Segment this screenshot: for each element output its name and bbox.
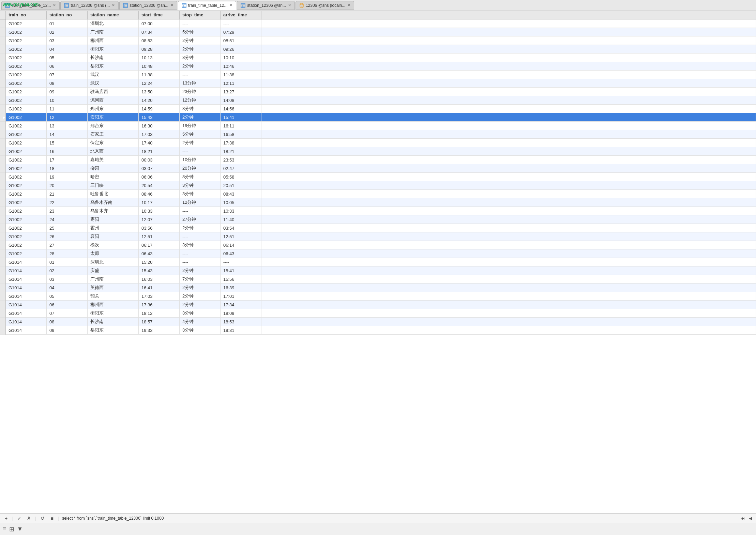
tab-3[interactable]: station_12306 @sn... ✕ <box>119 1 177 10</box>
cell-start_time: 18:21 <box>139 147 180 156</box>
col-header-train-no[interactable]: train_no <box>6 11 47 19</box>
table-row[interactable]: G100218柳园03:0720分钟02:47 <box>0 164 756 173</box>
cell-rest <box>261 96 756 105</box>
tab-5-close[interactable]: ✕ <box>288 3 291 7</box>
table-row[interactable]: G100213邢台东16:3019分钟16:11 <box>0 122 756 130</box>
table-row[interactable]: G101405韶关17:032分钟17:01 <box>0 292 756 301</box>
cell-train_no: G1002 <box>6 122 47 130</box>
cell-stop_time: ---- <box>180 258 221 266</box>
table-row[interactable]: G100201深圳北07:00-------- <box>0 19 756 28</box>
table-row[interactable]: G100226襄阳12:51----12:51 <box>0 232 756 241</box>
table-row[interactable]: G101409岳阳东19:333分钟19:31 <box>0 326 756 335</box>
row-indicator <box>0 241 6 249</box>
table-row[interactable]: G100209驻马店西13:5023分钟13:27 <box>0 88 756 96</box>
cell-rest <box>261 156 756 164</box>
cell-rest <box>261 215 756 224</box>
cell-train_no: G1014 <box>6 326 47 335</box>
cell-stop_time: 7分钟 <box>180 275 221 284</box>
cell-rest <box>261 79 756 88</box>
confirm-button[interactable]: ✓ <box>16 515 23 522</box>
bottom-icon-1[interactable]: ≡ <box>3 525 6 533</box>
table-row[interactable]: G101407衡阳东18:123分钟18:09 <box>0 309 756 318</box>
table-row[interactable]: G100210漯河西14:2012分钟14:08 <box>0 96 756 105</box>
cell-start_time: 14:59 <box>139 105 180 113</box>
cell-station_name: 哈密 <box>88 173 139 181</box>
cell-station_name: 襄阳 <box>88 232 139 241</box>
table-row[interactable]: G100211郑州东14:593分钟14:56 <box>0 105 756 113</box>
tab-6[interactable]: 12306 @sns (localh... ✕ <box>296 1 354 10</box>
table-row[interactable]: G100220三门峡20:543分钟20:51 <box>0 181 756 190</box>
table-row[interactable]: G101402庆盛15:432分钟15:41 <box>0 266 756 275</box>
row-indicator <box>0 105 6 113</box>
data-table-container[interactable]: train_no station_no station_name start_t… <box>0 11 756 513</box>
cell-rest <box>261 275 756 284</box>
table-row[interactable]: G101404英德西16:412分钟16:39 <box>0 284 756 292</box>
table-row[interactable]: G101408长沙南18:574分钟18:53 <box>0 318 756 326</box>
table-row[interactable]: G100204衡阳东09:282分钟09:26 <box>0 45 756 54</box>
cell-rest <box>261 190 756 198</box>
table-row[interactable]: G100227榆次06:173分钟06:14 <box>0 241 756 249</box>
table-row[interactable]: G100219哈密06:068分钟05:58 <box>0 173 756 181</box>
table-row[interactable]: G100228太原06:43----06:43 <box>0 249 756 258</box>
cell-rest <box>261 266 756 275</box>
tab-3-close[interactable]: ✕ <box>170 3 173 7</box>
first-page-button[interactable]: ⏮ <box>739 515 746 521</box>
stop-button[interactable]: ■ <box>49 515 56 522</box>
table-row[interactable]: G100202广州南07:345分钟07:29 <box>0 28 756 36</box>
cell-station_name: 岳阳东 <box>88 62 139 71</box>
cell-station_name: 霍州 <box>88 224 139 232</box>
col-header-station-no[interactable]: station_no <box>47 11 88 19</box>
cell-station_no: 11 <box>47 105 88 113</box>
row-indicator <box>0 28 6 36</box>
table-row[interactable]: G100205长沙南10:133分钟10:10 <box>0 54 756 62</box>
col-header-stop-time[interactable]: stop_time <box>180 11 221 19</box>
table-row[interactable]: G101403广州南16:037分钟15:56 <box>0 275 756 284</box>
table-row[interactable]: G100224枣阳12:0727分钟11:40 <box>0 215 756 224</box>
table-row[interactable]: G101406郴州西17:362分钟17:34 <box>0 301 756 309</box>
col-header-start-time[interactable]: start_time <box>139 11 180 19</box>
tab-2[interactable]: train_12306 @sns (... ✕ <box>60 1 119 10</box>
table-row[interactable]: G100207武汉11:38----11:38 <box>0 71 756 79</box>
cancel-button[interactable]: ✗ <box>26 515 32 522</box>
tab-6-close[interactable]: ✕ <box>347 3 350 7</box>
cell-stop_time: 2分钟 <box>180 266 221 275</box>
add-record-button[interactable]: + <box>3 515 10 522</box>
table-row[interactable]: G100214石家庄17:035分钟16:58 <box>0 130 756 139</box>
table-row[interactable]: ▶G100212安阳东15:432分钟15:41 <box>0 113 756 122</box>
cell-train_no: G1014 <box>6 309 47 318</box>
cell-station_no: 17 <box>47 156 88 164</box>
table-row[interactable]: G100216北京西18:21----18:21 <box>0 147 756 156</box>
col-header-station-name[interactable]: station_name <box>88 11 139 19</box>
cell-arrive_time: 20:51 <box>221 181 261 190</box>
table-row[interactable]: G101401深圳北15:20-------- <box>0 258 756 266</box>
cell-station_name: 英德西 <box>88 284 139 292</box>
row-indicator <box>0 147 6 156</box>
prev-page-button[interactable]: ◀ <box>747 515 753 521</box>
table-row[interactable]: G100221吐鲁番北08:463分钟08:43 <box>0 190 756 198</box>
cell-start_time: 03:07 <box>139 164 180 173</box>
tab-1-close[interactable]: ✕ <box>53 3 56 7</box>
cell-start_time: 13:50 <box>139 88 180 96</box>
bottom-icon-3[interactable]: ▼ <box>17 525 23 533</box>
cell-station_no: 12 <box>47 113 88 122</box>
table-row[interactable]: G100215保定东17:402分钟17:38 <box>0 139 756 147</box>
table-row[interactable]: G100203郴州西08:532分钟08:51 <box>0 36 756 45</box>
table-row[interactable]: G100217嘉峪关00:0310分钟23:53 <box>0 156 756 164</box>
cell-station_name: 长沙南 <box>88 318 139 326</box>
tab-5[interactable]: station_12306 @sn... ✕ <box>237 1 295 10</box>
bottom-icon-2[interactable]: ⊞ <box>9 525 14 533</box>
table-row[interactable]: G100223乌鲁木齐10:33----10:33 <box>0 207 756 215</box>
cell-train_no: G1002 <box>6 224 47 232</box>
tab-2-close[interactable]: ✕ <box>112 3 115 7</box>
cell-stop_time: 5分钟 <box>180 130 221 139</box>
table-row[interactable]: G100208武汉12:2413分钟12:11 <box>0 79 756 88</box>
col-header-arrive-time[interactable]: arrive_time <box>221 11 261 19</box>
table-row[interactable]: G100206岳阳东10:482分钟10:46 <box>0 62 756 71</box>
refresh-button[interactable]: ↺ <box>39 515 46 522</box>
table-row[interactable]: G100222乌鲁木齐南10:1712分钟10:05 <box>0 198 756 207</box>
cell-station_name: 三门峡 <box>88 181 139 190</box>
cell-train_no: G1014 <box>6 266 47 275</box>
tab-4[interactable]: train_time_table_12... ✕ <box>178 1 236 10</box>
tab-4-close[interactable]: ✕ <box>229 3 232 7</box>
table-row[interactable]: G100225霍州03:562分钟03:54 <box>0 224 756 232</box>
